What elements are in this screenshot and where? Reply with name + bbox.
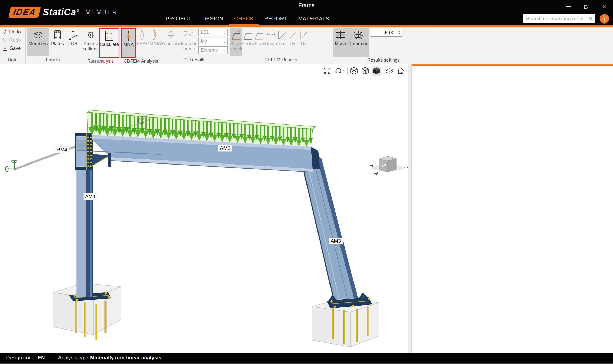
- toolbar-separator: [347, 67, 348, 75]
- redo-button[interactable]: ↻Redo: [0, 36, 25, 44]
- product-name: MEMBER: [85, 8, 117, 16]
- close-button[interactable]: ✕: [595, 1, 613, 13]
- chevron-down-icon: ⌄: [223, 48, 226, 52]
- strain-check-icon: %: [231, 29, 241, 41]
- svg-text:÷: ÷: [110, 36, 112, 40]
- component-select[interactable]: My⌄: [198, 38, 228, 45]
- mna-button[interactable]: MNA: [122, 29, 135, 57]
- wireframe-view-button[interactable]: [349, 66, 359, 76]
- undo-icon: ↺: [2, 29, 7, 35]
- clip-view-icon: [385, 67, 394, 75]
- member-label-am3[interactable]: AM3: [329, 238, 343, 244]
- search-icon: [589, 16, 593, 21]
- clip-view-button[interactable]: [385, 66, 394, 76]
- home-view-button[interactable]: [396, 66, 406, 76]
- gmnia-icon: [150, 29, 157, 41]
- reactions-icon: [166, 29, 176, 41]
- lcs-button[interactable]: LCS: [66, 28, 80, 56]
- ux-button[interactable]: Ux: [277, 28, 287, 56]
- panel-divider[interactable]: [408, 64, 412, 353]
- members-button[interactable]: Members: [27, 28, 49, 56]
- hidden-line-view-button[interactable]: [360, 66, 370, 76]
- uy-button[interactable]: Uy: [287, 28, 298, 56]
- mna-icon: [125, 30, 132, 42]
- home-icon: [397, 67, 405, 75]
- mesh-button[interactable]: Mesh: [333, 28, 348, 56]
- gmnia-button[interactable]: GMNIA: [146, 28, 161, 56]
- group-results-settings: Mesh Deformed 5.00 ˄˅ Results settings: [332, 27, 435, 64]
- minimize-icon: [566, 6, 571, 7]
- restore-button[interactable]: [577, 1, 595, 13]
- stress-button[interactable]: Stress: [242, 28, 254, 56]
- results-panel: [412, 64, 613, 353]
- uz-button[interactable]: Uz: [298, 28, 309, 56]
- member-label-am2[interactable]: AM2: [218, 145, 232, 151]
- search-box[interactable]: [523, 14, 595, 23]
- usum-icon: [266, 29, 276, 41]
- group-title-labels: Labels: [26, 57, 80, 64]
- tab-project[interactable]: PROJECT: [160, 14, 197, 25]
- plates-button[interactable]: Plates: [49, 28, 66, 56]
- group-title-results-settings: Results settings: [332, 57, 435, 64]
- load-case-select[interactable]: LE1⌄: [198, 29, 228, 36]
- viewport-3d[interactable]: +Y RM4 AM1 AM2 AM3: [0, 64, 408, 353]
- strain-check-button[interactable]: % Strain check: [230, 28, 242, 56]
- stress-icon: [243, 29, 253, 41]
- deformed-button[interactable]: Deformed: [348, 28, 369, 56]
- member-label-am1[interactable]: AM1: [84, 193, 97, 200]
- member-label-rm4[interactable]: RM4: [55, 147, 69, 153]
- tab-materials[interactable]: MATERIALS: [293, 14, 335, 25]
- spinner-down-icon[interactable]: ˅: [398, 33, 400, 35]
- save-button[interactable]: Save: [0, 44, 25, 52]
- window-controls: ✕: [559, 0, 613, 13]
- title-bar: IDEA StatiCa® MEMBER Frame ✕ PROJECT DES…: [0, 0, 613, 25]
- calculate-highlight-frame: +−×÷ Calculate: [99, 28, 119, 58]
- zoom-fit-button[interactable]: [322, 66, 332, 76]
- group-cbfem-results: % Strain check Stress Strain: [229, 27, 332, 64]
- rotate-view-icon: [334, 67, 345, 75]
- internal-forces-button[interactable]: Internal forces: [181, 28, 196, 56]
- tab-report[interactable]: REPORT: [259, 14, 293, 25]
- analysis-type-value: Materially non-linear analysis: [90, 355, 161, 361]
- internal-forces-icon: [183, 29, 194, 41]
- tab-check[interactable]: CHECK: [229, 14, 259, 25]
- project-settings-icon: ⚙: [87, 29, 95, 41]
- deformation-scale-spinner[interactable]: 5.00 ˄˅: [371, 29, 402, 37]
- group-data: ↺Undo ↻Redo Save Data: [0, 27, 26, 64]
- reactions-button[interactable]: Reactions: [161, 28, 181, 56]
- logo-idea-text: IDEA: [12, 7, 37, 17]
- status-bar: Design code: EN Analysis type: Materiall…: [0, 353, 613, 363]
- viewport-toolbar: [322, 66, 406, 76]
- undo-button[interactable]: ↺Undo: [0, 28, 25, 36]
- group-title-run: Run analysis: [80, 58, 121, 64]
- nav-cube[interactable]: +Y: [370, 156, 408, 175]
- info-button[interactable]: i: [600, 14, 609, 24]
- rotate-view-button[interactable]: [334, 66, 346, 76]
- panel-accent-line: [412, 64, 613, 66]
- window-title: Frame: [298, 2, 315, 9]
- calculate-button[interactable]: +−×÷ Calculate: [100, 29, 119, 57]
- mna-highlight-frame: MNA: [121, 28, 136, 58]
- extreme-select[interactable]: Extreme⌄: [198, 46, 228, 54]
- scene-canvas[interactable]: +Y: [0, 64, 408, 353]
- lba-button[interactable]: LBA: [136, 28, 146, 56]
- member-am3[interactable]: [303, 156, 358, 303]
- deformed-icon: [353, 29, 364, 41]
- mesh-icon: [335, 29, 346, 41]
- members-icon: [33, 29, 43, 41]
- plates-icon: [54, 29, 61, 41]
- strain-button[interactable]: Strain: [254, 28, 265, 56]
- group-1d-results: Reactions Internal forces LE1⌄ My⌄: [161, 27, 229, 64]
- group-title-cbfem-analysis: CBFEM Analysis: [121, 58, 161, 64]
- wireframe-cube-icon: [350, 67, 358, 75]
- project-settings-button[interactable]: ⚙ Project settings: [82, 28, 99, 56]
- nav-cube-rotate-left-icon[interactable]: [370, 164, 373, 167]
- ux-icon: [277, 29, 287, 41]
- usum-button[interactable]: Usum: [265, 28, 277, 56]
- search-input[interactable]: [526, 16, 589, 21]
- minimize-button[interactable]: [559, 1, 577, 13]
- nav-cube-rotate-down-icon[interactable]: [374, 172, 378, 175]
- solid-view-button[interactable]: [372, 66, 381, 76]
- spinner-arrows[interactable]: ˄˅: [396, 30, 402, 35]
- tab-design[interactable]: DESIGN: [197, 14, 229, 25]
